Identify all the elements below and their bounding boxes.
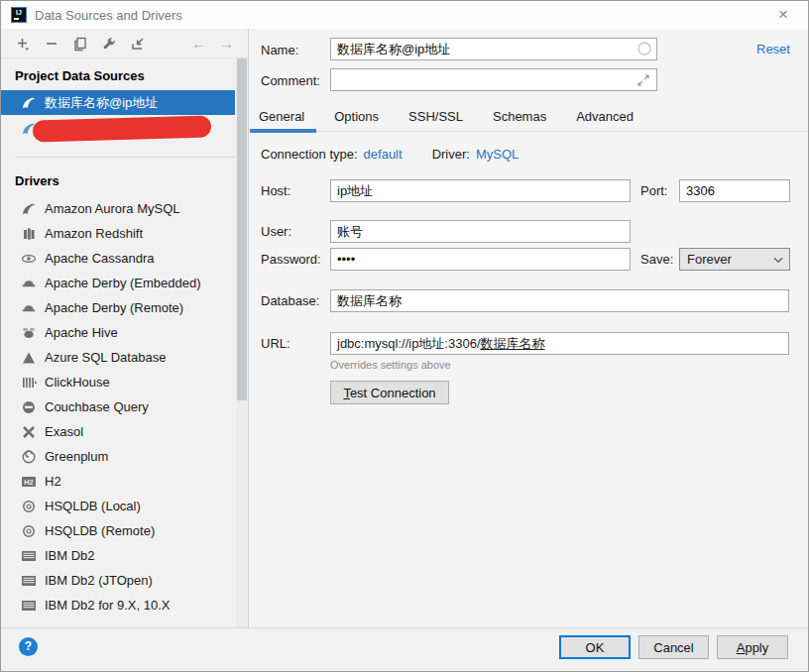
driver-item[interactable]: H2H2 <box>1 469 235 494</box>
save-dropdown[interactable]: Forever <box>679 248 790 271</box>
driver-item[interactable]: HSQLDB (Remote) <box>1 518 235 543</box>
driver-item[interactable]: Apache Derby (Embedded) <box>1 271 235 295</box>
password-input[interactable] <box>330 248 631 271</box>
driver-item[interactable]: Exasol <box>1 419 235 444</box>
driver-label: Apache Derby (Remote) <box>45 300 183 315</box>
duplicate-icon[interactable] <box>72 36 88 52</box>
mysql-dolphin-icon <box>21 95 37 111</box>
driver-properties-icon[interactable] <box>101 36 117 52</box>
data-source-label: 数据库名称@ip地址 <box>45 94 158 112</box>
test-connection-button[interactable]: Test Connection <box>330 381 449 404</box>
svg-text:H2: H2 <box>24 478 34 487</box>
sidebar: ← → Project Data Sources 数据库名称@ip地址 Driv… <box>1 29 249 627</box>
host-label: Host: <box>261 183 290 198</box>
intellij-logo-icon: IJ <box>11 7 27 23</box>
driver-label: ClickHouse <box>45 375 110 390</box>
driver-label: IBM Db2 (JTOpen) <box>45 573 153 588</box>
sidebar-divider <box>15 157 235 158</box>
driver-label: Couchbase Query <box>45 399 149 414</box>
url-label: URL: <box>261 336 290 351</box>
url-hint: Overrides settings above <box>330 359 451 371</box>
sidebar-toolbar: ← → <box>1 29 248 58</box>
ibm-icon <box>21 573 37 589</box>
driver-item[interactable]: Amazon Redshift <box>1 221 235 246</box>
driver-item[interactable]: Apache Derby (Remote) <box>1 295 235 320</box>
driver-item[interactable]: IBM Db2 <box>1 543 235 568</box>
driver-item[interactable]: IBM Db2 (JTOpen) <box>1 568 235 593</box>
cancel-button[interactable]: Cancel <box>638 635 709 659</box>
connection-type-link[interactable]: default <box>364 147 403 162</box>
comment-input[interactable] <box>330 68 657 91</box>
import-icon[interactable] <box>130 36 146 52</box>
url-database-part: 数据库名称 <box>481 336 545 351</box>
comment-label: Comment: <box>261 73 320 88</box>
url-input[interactable]: jdbc:mysql://ip地址:3306/数据库名称 <box>330 332 789 355</box>
clickhouse-icon <box>21 375 37 391</box>
url-prefix: jdbc:mysql://ip地址:3306/ <box>337 336 481 351</box>
chevron-down-icon <box>770 252 786 268</box>
host-input[interactable] <box>330 179 631 202</box>
driver-item[interactable]: IBM Db2 for 9.X, 10.X <box>1 593 235 617</box>
driver-label: Greenplum <box>45 449 108 464</box>
add-data-source-icon[interactable] <box>15 36 31 52</box>
drivers-list: Amazon Aurora MySQLAmazon RedshiftApache… <box>1 196 235 617</box>
driver-item[interactable]: Apache Hive <box>1 320 235 345</box>
data-source-item-redacted[interactable] <box>1 116 235 141</box>
connection-type-row: Connection type: default Driver: MySQL <box>261 147 519 162</box>
apply-button[interactable]: Apply <box>717 635 788 659</box>
data-source-item-selected[interactable]: 数据库名称@ip地址 <box>1 90 235 115</box>
driver-item[interactable]: ClickHouse <box>1 370 235 394</box>
driver-label: HSQLDB (Remote) <box>45 523 155 538</box>
ok-button[interactable]: OK <box>559 635 631 659</box>
scrollbar-thumb[interactable] <box>237 58 247 400</box>
driver-label: Apache Cassandra <box>45 251 155 266</box>
driver-label: Apache Derby (Embedded) <box>45 276 201 290</box>
driver-item[interactable]: Couchbase Query <box>1 394 235 419</box>
reset-link[interactable]: Reset <box>756 42 790 56</box>
driver-label: Exasol <box>45 424 83 439</box>
driver-label: H2 <box>45 474 61 489</box>
spacer <box>408 147 426 162</box>
tab-options[interactable]: Options <box>334 104 379 132</box>
driver-item[interactable]: Apache Cassandra <box>1 246 235 271</box>
driver-label: Amazon Aurora MySQL <box>45 201 180 216</box>
drivers-header: Drivers <box>15 173 59 188</box>
expand-icon[interactable] <box>636 72 651 88</box>
tab-schemas[interactable]: Schemas <box>493 104 546 132</box>
driver-label: IBM Db2 for 9.X, 10.X <box>45 598 170 613</box>
derby-icon <box>21 300 37 316</box>
name-input[interactable] <box>330 38 657 60</box>
sidebar-scrollbar[interactable] <box>236 58 248 627</box>
driver-item[interactable]: Greenplum <box>1 444 235 469</box>
window-title: Data Sources and Drivers <box>35 8 182 23</box>
greenplum-icon <box>21 449 37 465</box>
user-input[interactable] <box>330 220 631 243</box>
connection-type-label: Connection type: <box>261 147 358 162</box>
help-icon[interactable]: ? <box>19 637 38 656</box>
password-label: Password: <box>261 252 321 267</box>
driver-item[interactable]: HSQLDB (Local) <box>1 494 235 518</box>
driver-link[interactable]: MySQL <box>476 147 519 162</box>
tab-advanced[interactable]: Advanced <box>576 104 634 132</box>
tab-ssh-ssl[interactable]: SSH/SSL <box>408 104 463 132</box>
back-arrow-icon[interactable]: ← <box>191 36 206 52</box>
ibm-icon <box>21 598 37 614</box>
driver-item[interactable]: Amazon Aurora MySQL <box>1 196 235 221</box>
remove-icon[interactable] <box>44 36 59 52</box>
hive-icon <box>21 325 37 341</box>
tab-general[interactable]: General <box>259 104 304 132</box>
h2-icon: H2 <box>21 474 37 490</box>
settings-tabs: GeneralOptionsSSH/SSLSchemasAdvanced <box>250 104 809 132</box>
forward-arrow-icon[interactable]: → <box>219 36 234 52</box>
derby-icon <box>21 276 37 291</box>
driver-item[interactable]: Azure SQL Database <box>1 345 235 370</box>
close-icon[interactable]: × <box>772 5 794 25</box>
driver-label: Driver: <box>432 147 470 162</box>
project-data-sources-header: Project Data Sources <box>15 68 145 83</box>
data-source-color-icon[interactable] <box>636 41 652 56</box>
hsqldb-icon <box>21 499 37 514</box>
database-input[interactable] <box>330 289 789 312</box>
port-input[interactable] <box>679 179 790 202</box>
driver-label: HSQLDB (Local) <box>45 499 141 513</box>
port-label: Port: <box>640 183 667 198</box>
